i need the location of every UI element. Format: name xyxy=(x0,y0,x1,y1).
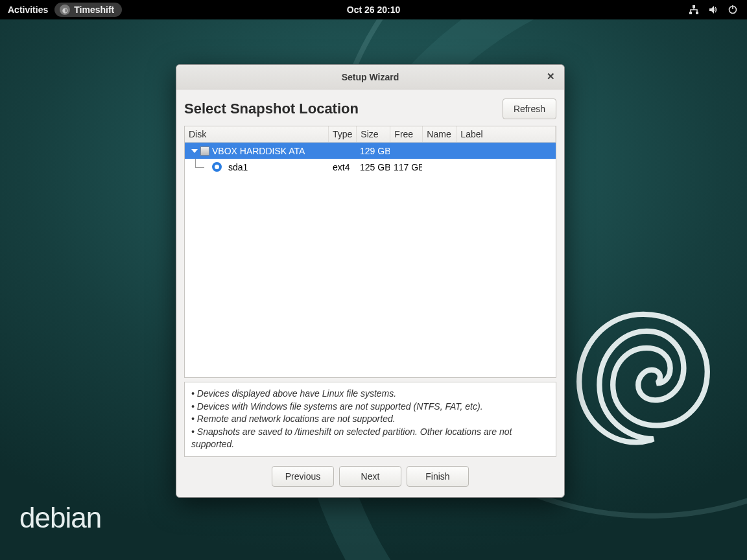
cell-size: 125 GB xyxy=(356,162,390,172)
device-tree: Disk Type Size Free Name Label VBOX HARD… xyxy=(184,126,556,378)
page-heading: Select Snapshot Location xyxy=(184,100,359,117)
col-name[interactable]: Name xyxy=(423,126,456,142)
svg-rect-2 xyxy=(696,12,698,14)
partition-name: sda1 xyxy=(228,162,248,172)
disk-name: VBOX HARDDISK ATA xyxy=(212,146,305,156)
app-menu-button[interactable]: ◐ Timeshift xyxy=(54,3,122,17)
note-line: • Devices displayed above have Linux fil… xyxy=(191,388,549,401)
clock[interactable]: Oct 26 20:10 xyxy=(347,5,401,15)
power-icon[interactable] xyxy=(728,5,738,15)
tree-connector xyxy=(185,159,204,175)
cell-size: 129 GB xyxy=(356,146,390,156)
timeshift-appicon: ◐ xyxy=(60,5,70,15)
gnome-topbar: Activities ◐ Timeshift Oct 26 20:10 xyxy=(0,0,747,19)
expander-icon[interactable] xyxy=(191,149,198,153)
dialog-titlebar[interactable]: Setup Wizard ✕ xyxy=(176,65,564,89)
activities-button[interactable]: Activities xyxy=(8,5,48,15)
svg-rect-1 xyxy=(689,12,692,14)
svg-rect-4 xyxy=(732,5,733,9)
col-size[interactable]: Size xyxy=(357,126,390,142)
setup-wizard-dialog: Setup Wizard ✕ Select Snapshot Location … xyxy=(176,64,565,498)
wizard-footer: Previous Next Finish xyxy=(184,457,556,489)
col-label[interactable]: Label xyxy=(456,126,556,142)
note-line: • Devices with Windows file systems are … xyxy=(191,401,549,414)
cell-type: ext4 xyxy=(329,162,356,172)
partition-radio[interactable] xyxy=(212,162,222,172)
note-line: • Snapshots are saved to /timeshift on s… xyxy=(191,426,549,451)
info-notes: • Devices displayed above have Linux fil… xyxy=(184,382,556,457)
volume-icon[interactable] xyxy=(708,5,718,15)
tree-header: Disk Type Size Free Name Label xyxy=(185,126,556,143)
col-disk[interactable]: Disk xyxy=(185,126,329,142)
debian-swirl xyxy=(559,301,728,469)
debian-wordmark: debian xyxy=(19,502,101,534)
close-button[interactable]: ✕ xyxy=(543,69,558,84)
previous-button[interactable]: Previous xyxy=(272,466,334,487)
app-menu-label: Timeshift xyxy=(74,5,114,15)
finish-button[interactable]: Finish xyxy=(407,466,469,487)
col-free[interactable]: Free xyxy=(390,126,423,142)
cell-free: 117 GB xyxy=(390,162,422,172)
partition-row-sda1[interactable]: sda1 ext4 125 GB 117 GB xyxy=(185,159,556,175)
harddisk-icon xyxy=(200,146,209,156)
refresh-button[interactable]: Refresh xyxy=(503,99,556,119)
dialog-title: Setup Wizard xyxy=(342,72,399,82)
col-type[interactable]: Type xyxy=(329,126,357,142)
svg-rect-0 xyxy=(693,5,695,8)
next-button[interactable]: Next xyxy=(339,466,401,487)
network-icon[interactable] xyxy=(689,5,699,15)
disk-row-parent[interactable]: VBOX HARDDISK ATA 129 GB xyxy=(185,143,556,159)
note-line: • Remote and network locations are not s… xyxy=(191,413,549,426)
